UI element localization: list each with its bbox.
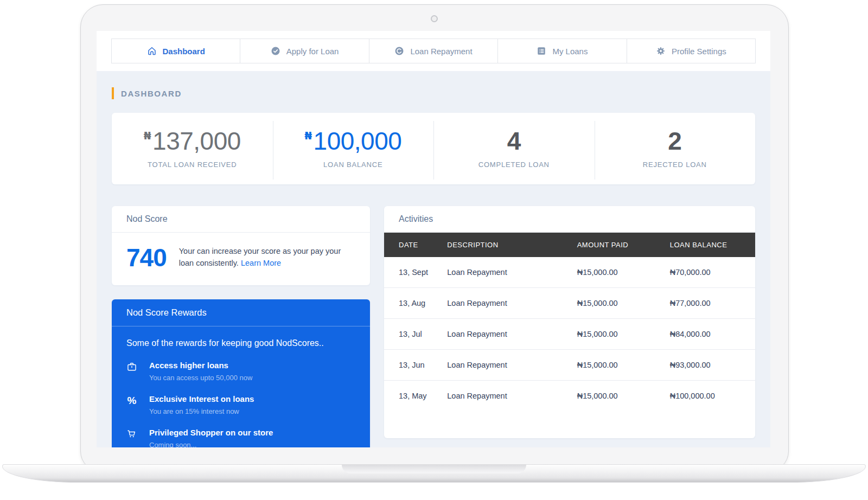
- tab-label: Apply for Loan: [286, 47, 339, 56]
- reward-title: Exclusive Interest on loans: [149, 394, 355, 403]
- left-column: Nod Score 740 Your can increase your sco…: [112, 206, 370, 447]
- reward-subtitle: Coming soon...: [149, 441, 355, 447]
- nod-score-title: Nod Score: [112, 206, 370, 233]
- stat-value: 4: [433, 129, 595, 153]
- webcam-icon: [431, 15, 438, 22]
- check-circle-icon: [271, 46, 280, 56]
- tab-label: Profile Settings: [672, 47, 726, 56]
- nav-tabs: Dashboard Apply for Loan: [111, 39, 756, 63]
- nod-score-card: Nod Score 740 Your can increase your sco…: [112, 206, 370, 285]
- top-navbar: Dashboard Apply for Loan: [97, 31, 770, 71]
- percent-icon: %: [126, 395, 137, 406]
- laptop-base-notch: [342, 465, 526, 473]
- stat-rejected-loan: 2 REJECTED LOAN: [595, 129, 756, 169]
- table-header-row: DATE DESCRIPTION AMOUNT PAID LOAN BALANC…: [384, 233, 755, 257]
- table-row: 13, Sept Loan Repayment ₦15,000.00 ₦70,0…: [384, 257, 755, 288]
- stat-value: ₦137,000: [112, 129, 273, 153]
- stat-label: REJECTED LOAN: [595, 161, 756, 169]
- stat-label: LOAN BALANCE: [273, 161, 434, 169]
- laptop-mockup: Dashboard Apply for Loan: [0, 0, 868, 500]
- tab-label: Loan Repayment: [410, 47, 472, 56]
- tab-profile-settings[interactable]: Profile Settings: [627, 39, 756, 63]
- activities-title: Activities: [384, 206, 755, 233]
- breadcrumb: DASHBOARD: [112, 87, 755, 99]
- title-accent-bar: [112, 87, 114, 99]
- page-title: DASHBOARD: [121, 89, 182, 98]
- stat-label: TOTAL LOAN RECEIVED: [112, 161, 273, 169]
- activities-card: Activities DATE DESCRIPTION AMOUNT PAID …: [384, 206, 755, 438]
- reward-item-exclusive-interest: % Exclusive Interest on loans You are on…: [126, 394, 355, 415]
- list-icon: [537, 46, 546, 56]
- nod-score-description: Your can increase your score as your pay…: [179, 246, 355, 270]
- stat-total-loan-received: ₦137,000 TOTAL LOAN RECEIVED: [112, 129, 273, 169]
- tab-loan-repayment[interactable]: Loan Repayment: [369, 39, 498, 63]
- col-description: DESCRIPTION: [447, 233, 577, 257]
- nod-score-value: 740: [126, 243, 167, 272]
- gear-icon: [656, 46, 666, 56]
- tab-my-loans[interactable]: My Loans: [497, 39, 627, 63]
- table-row: 13, Jul Loan Repayment ₦15,000.00 ₦84,00…: [384, 319, 755, 350]
- col-amount-paid: AMOUNT PAID: [577, 233, 670, 257]
- reward-subtitle: You are on 15% interest now: [149, 407, 355, 415]
- table-row: 13, May Loan Repayment ₦15,000.00 ₦100,0…: [384, 381, 755, 412]
- briefcase-icon: [126, 361, 137, 372]
- col-date: DATE: [384, 233, 447, 257]
- activities-table: DATE DESCRIPTION AMOUNT PAID LOAN BALANC…: [384, 233, 755, 411]
- nod-score-rewards-card: Nod Score Rewards Some of the rewards fo…: [112, 299, 370, 447]
- reward-subtitle: You can access upto 50,000 now: [149, 374, 355, 382]
- naira-sign: ₦: [304, 129, 311, 142]
- tab-label: My Loans: [552, 47, 588, 56]
- cart-icon: [126, 428, 137, 439]
- reward-item-higher-loans: Access higher loans You can access upto …: [126, 361, 355, 382]
- col-loan-balance: LOAN BALANCE: [670, 233, 755, 257]
- stat-value: ₦100,000: [273, 129, 434, 153]
- stat-loan-balance: ₦100,000 LOAN BALANCE: [273, 129, 434, 169]
- tab-apply-for-loan[interactable]: Apply for Loan: [240, 39, 369, 63]
- reward-title: Privileged Shopper on our store: [149, 428, 355, 437]
- home-icon: [147, 46, 157, 56]
- table-row: 13, Aug Loan Repayment ₦15,000.00 ₦77,00…: [384, 288, 755, 319]
- stat-value: 2: [595, 129, 756, 153]
- learn-more-link[interactable]: Learn More: [241, 259, 281, 267]
- card-spacer: [384, 411, 755, 438]
- reward-title: Access higher loans: [149, 361, 355, 370]
- rewards-intro: Some of the rewards for keeping good Nod…: [126, 338, 355, 348]
- stat-completed-loan: 4 COMPLETED LOAN: [433, 129, 595, 169]
- main-content: DASHBOARD ₦137,000 TOTAL LOAN RECEIVED ₦…: [97, 71, 770, 447]
- table-row: 13, Jun Loan Repayment ₦15,000.00 ₦93,00…: [384, 350, 755, 381]
- stats-summary-card: ₦137,000 TOTAL LOAN RECEIVED ₦100,000 LO…: [112, 113, 755, 184]
- stat-label: COMPLETED LOAN: [433, 161, 595, 169]
- rewards-title: Nod Score Rewards: [112, 299, 370, 326]
- tab-dashboard[interactable]: Dashboard: [111, 39, 240, 63]
- tab-label: Dashboard: [163, 47, 205, 56]
- app-viewport: Dashboard Apply for Loan: [97, 31, 770, 447]
- repayment-icon: [394, 46, 404, 56]
- reward-item-privileged-shopper: Privileged Shopper on our store Coming s…: [126, 428, 355, 447]
- naira-sign: ₦: [144, 129, 151, 142]
